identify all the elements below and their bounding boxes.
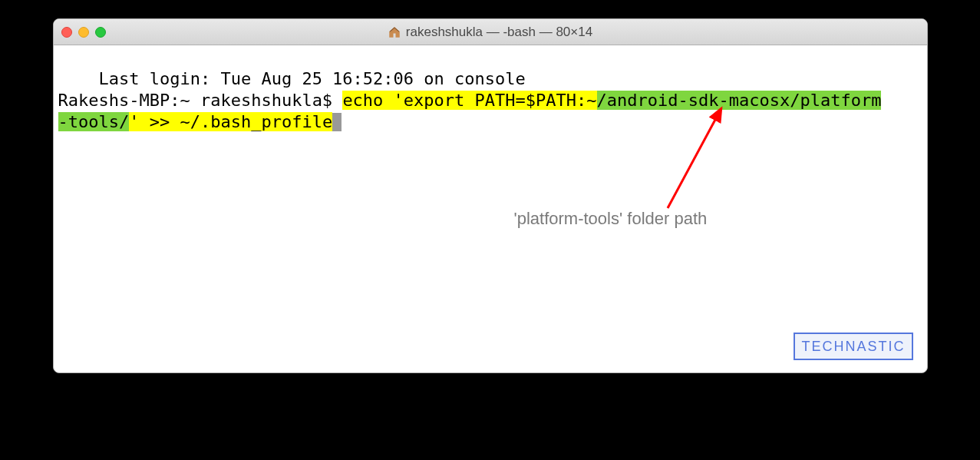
- home-icon: [388, 25, 401, 39]
- window-title: rakeshshukla — -bash — 80×14: [54, 25, 927, 40]
- window-title-text: rakeshshukla — -bash — 80×14: [406, 25, 592, 40]
- annotation-arrow: [645, 101, 767, 216]
- svg-line-1: [668, 108, 721, 208]
- command-green-part1: /android-sdk-macosx/platform: [597, 91, 882, 110]
- close-button[interactable]: [61, 27, 72, 38]
- traffic-lights: [61, 27, 106, 38]
- command-yellow-part1: echo 'export PATH=$PATH:~: [342, 91, 596, 110]
- minimize-button[interactable]: [78, 27, 89, 38]
- terminal-body[interactable]: Last login: Tue Aug 25 16:52:06 on conso…: [54, 45, 927, 372]
- last-login-line: Last login: Tue Aug 25 16:52:06 on conso…: [98, 69, 525, 88]
- shell-prompt: Rakeshs-MBP:~ rakeshshukla$: [58, 91, 343, 110]
- annotation-label: 'platform-tools' folder path: [514, 208, 708, 230]
- window-titlebar[interactable]: rakeshshukla — -bash — 80×14: [54, 19, 927, 45]
- watermark-logo: TECHNASTIC: [794, 333, 912, 360]
- terminal-cursor: [332, 113, 342, 131]
- command-yellow-part2: ' >> ~/.bash_profile: [129, 112, 332, 131]
- zoom-button[interactable]: [95, 27, 106, 38]
- command-green-part2: -tools/: [58, 112, 130, 131]
- terminal-window: rakeshshukla — -bash — 80×14 Last login:…: [53, 18, 928, 373]
